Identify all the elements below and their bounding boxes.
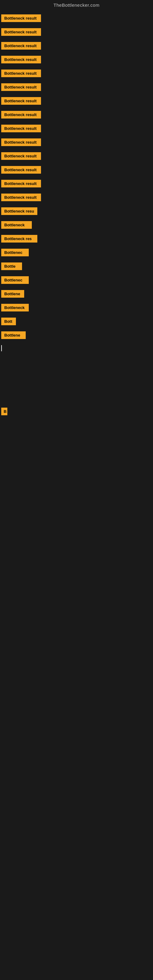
bottleneck-item-17: Bottlenec (1, 246, 152, 259)
bottleneck-list: Bottleneck resultBottleneck resultBottle… (0, 11, 153, 342)
bottleneck-item-3: Bottleneck result (1, 52, 152, 67)
empty-space-1 (0, 356, 153, 404)
bottleneck-badge-17: Bottlenec (1, 249, 29, 256)
bottleneck-item-13: Bottleneck result (1, 191, 152, 204)
bottleneck-item-20: Bottlene (1, 287, 152, 301)
bottleneck-badge-20: Bottlene (1, 290, 24, 298)
bottleneck-item-1: Bottleneck result (1, 25, 152, 39)
bottleneck-item-16: Bottleneck res (1, 232, 152, 246)
bottleneck-item-23: Bottlene (1, 328, 152, 342)
bottleneck-item-4: Bottleneck result (1, 67, 152, 80)
bottleneck-badge-11: Bottleneck result (1, 166, 41, 173)
bottleneck-badge-18: Bottle (1, 262, 22, 270)
bottleneck-badge-6: Bottleneck result (1, 97, 41, 105)
bottleneck-badge-15: Bottleneck (1, 221, 32, 229)
bottleneck-item-9: Bottleneck result (1, 135, 152, 149)
bottleneck-item-18: Bottle (1, 259, 152, 273)
bottleneck-badge-21: Bottleneck (1, 304, 29, 312)
bottleneck-badge-19: Bottlenec (1, 276, 29, 284)
bottleneck-badge-2: Bottleneck result (1, 42, 41, 49)
bottleneck-item-7: Bottleneck result (1, 108, 152, 122)
lone-b-badge: B (1, 407, 7, 415)
bottleneck-item-5: Bottleneck result (1, 80, 152, 94)
bottleneck-item-22: Bott (1, 315, 152, 328)
empty-space-2 (0, 418, 153, 510)
bottleneck-badge-5: Bottleneck result (1, 83, 41, 91)
text-cursor (1, 345, 2, 351)
bottleneck-item-8: Bottleneck result (1, 122, 152, 135)
bottleneck-badge-14: Bottleneck resu (1, 207, 37, 215)
bottleneck-badge-22: Bott (1, 318, 16, 325)
bottleneck-item-10: Bottleneck result (1, 149, 152, 163)
bottleneck-badge-10: Bottleneck result (1, 152, 41, 160)
bottleneck-badge-1: Bottleneck result (1, 28, 41, 36)
bottleneck-item-2: Bottleneck result (1, 39, 152, 52)
page-wrapper: TheBottlenecker.com Bottleneck resultBot… (0, 0, 153, 694)
lone-b-item: B (0, 404, 153, 418)
cursor-line-item (0, 342, 153, 356)
bottleneck-item-11: Bottleneck result (1, 163, 152, 177)
bottleneck-badge-9: Bottleneck result (1, 138, 41, 146)
empty-space-4 (0, 602, 153, 694)
bottleneck-badge-13: Bottleneck result (1, 194, 41, 201)
bottleneck-badge-8: Bottleneck result (1, 125, 41, 132)
site-title: TheBottlenecker.com (54, 2, 99, 8)
bottleneck-badge-0: Bottleneck result (1, 14, 41, 22)
bottleneck-item-21: Bottleneck (1, 301, 152, 315)
bottleneck-badge-16: Bottleneck res (1, 235, 37, 243)
bottleneck-item-0: Bottleneck result (1, 11, 152, 25)
lone-b-text: B (4, 409, 6, 414)
bottleneck-badge-12: Bottleneck result (1, 180, 41, 188)
bottleneck-badge-4: Bottleneck result (1, 70, 41, 77)
bottleneck-badge-23: Bottlene (1, 331, 26, 339)
bottleneck-item-14: Bottleneck resu (1, 204, 152, 218)
bottleneck-item-19: Bottlenec (1, 273, 152, 287)
bottleneck-item-6: Bottleneck result (1, 94, 152, 108)
bottleneck-badge-7: Bottleneck result (1, 111, 41, 119)
site-header: TheBottlenecker.com (0, 0, 153, 11)
empty-space-3 (0, 510, 153, 602)
bottleneck-item-15: Bottleneck (1, 218, 152, 232)
bottleneck-item-12: Bottleneck result (1, 177, 152, 191)
bottleneck-badge-3: Bottleneck result (1, 56, 41, 64)
